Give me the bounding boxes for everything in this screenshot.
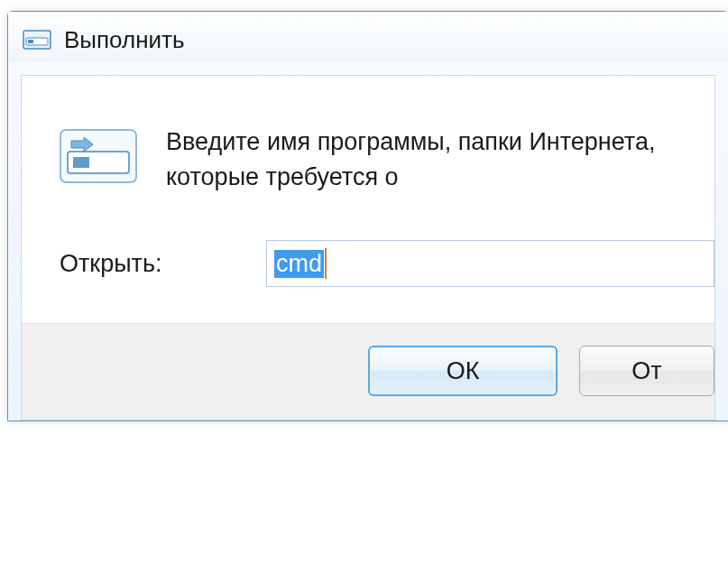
cancel-button[interactable]: От bbox=[579, 346, 714, 396]
open-label: Открыть: bbox=[60, 250, 266, 278]
ok-button[interactable]: ОК bbox=[368, 346, 558, 396]
button-row: ОК От bbox=[22, 323, 714, 420]
dialog-content: Введите имя программы, папки Интернета, … bbox=[21, 75, 715, 421]
svg-rect-2 bbox=[28, 40, 33, 43]
run-dialog-window: Выполнить Введите имя программы, папки И… bbox=[7, 11, 728, 421]
text-cursor bbox=[325, 248, 327, 279]
run-icon bbox=[23, 29, 51, 51]
input-selected-text: cmd bbox=[274, 250, 324, 278]
open-input[interactable]: cmd bbox=[266, 240, 714, 287]
input-row: Открыть: cmd bbox=[22, 222, 714, 323]
titlebar[interactable]: Выполнить bbox=[8, 12, 728, 62]
info-text: Введите имя программы, папки Интернета, … bbox=[166, 121, 687, 195]
svg-rect-5 bbox=[73, 157, 89, 168]
run-icon-large bbox=[58, 125, 139, 188]
info-row: Введите имя программы, папки Интернета, … bbox=[22, 103, 714, 222]
cancel-button-label: От bbox=[631, 357, 661, 385]
window-title: Выполнить bbox=[64, 26, 185, 54]
ok-button-label: ОК bbox=[447, 357, 480, 385]
